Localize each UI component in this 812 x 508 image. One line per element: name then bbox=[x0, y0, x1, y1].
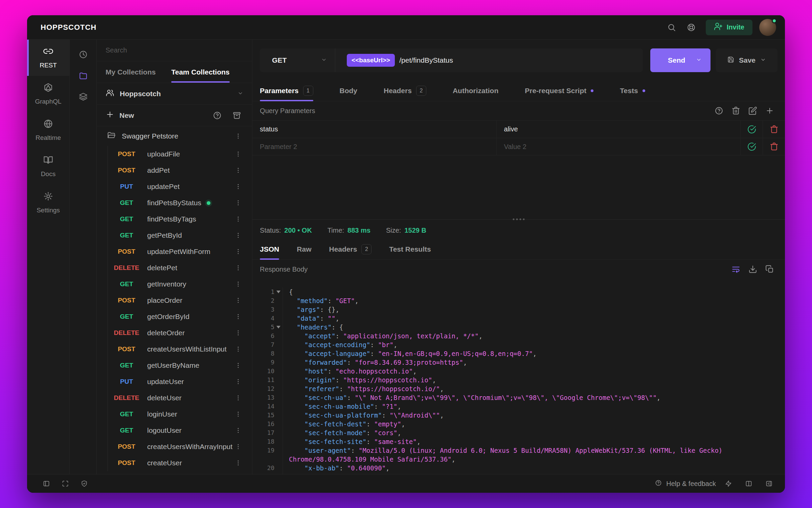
request-options-icon[interactable] bbox=[232, 311, 244, 322]
request-row-addpet[interactable]: POST addPet bbox=[97, 162, 252, 178]
request-row-updatepet[interactable]: PUT updatePet bbox=[97, 178, 252, 195]
param-key-input[interactable]: Parameter 2 bbox=[252, 138, 496, 155]
request-options-icon[interactable] bbox=[232, 392, 244, 404]
shield-check-icon[interactable] bbox=[76, 476, 92, 491]
fold-arrow-icon[interactable] bbox=[276, 326, 280, 329]
request-options-icon[interactable] bbox=[232, 327, 244, 339]
send-button[interactable]: Send bbox=[650, 48, 710, 72]
help-feedback-button[interactable]: Help & feedback bbox=[655, 480, 716, 488]
download-icon[interactable] bbox=[746, 262, 760, 276]
collection-folder[interactable]: Swagger Petstore bbox=[97, 126, 252, 146]
request-row-placeorder[interactable]: POST placeOrder bbox=[97, 292, 252, 309]
request-row-deletepet[interactable]: DELETE deletePet bbox=[97, 260, 252, 276]
tab-json[interactable]: JSON bbox=[260, 239, 279, 259]
expand-fullscreen-icon[interactable] bbox=[58, 476, 73, 491]
param-value-input[interactable]: alive bbox=[496, 121, 740, 138]
tab-headers[interactable]: Headers 2 bbox=[329, 239, 371, 259]
request-row-deleteorder[interactable]: DELETE deleteOrder bbox=[97, 325, 252, 341]
collections-search-input[interactable] bbox=[106, 46, 243, 54]
request-row-createuser[interactable]: POST createUser bbox=[97, 455, 252, 471]
shortcuts-zap-icon[interactable] bbox=[721, 476, 736, 491]
tab-parameters[interactable]: Parameters 1 bbox=[260, 80, 313, 101]
avatar[interactable] bbox=[759, 19, 776, 36]
request-options-icon[interactable] bbox=[232, 213, 244, 225]
request-options-icon[interactable] bbox=[232, 278, 244, 290]
request-row-getpetbyid[interactable]: GET getPetById bbox=[97, 227, 252, 244]
request-options-icon[interactable] bbox=[232, 197, 244, 209]
toggle-sidebar-icon[interactable] bbox=[39, 476, 54, 491]
request-options-icon[interactable] bbox=[232, 408, 244, 420]
param-value-input[interactable]: Value 2 bbox=[496, 138, 740, 155]
split-columns-icon[interactable] bbox=[741, 476, 757, 491]
url-input[interactable]: <<baseUrl>> /pet/findByStatus bbox=[335, 48, 643, 72]
support-lifebuoy-icon[interactable] bbox=[683, 20, 699, 35]
param-delete-icon[interactable] bbox=[770, 142, 779, 151]
clear-all-trash-icon[interactable] bbox=[729, 104, 743, 118]
help-circle-icon[interactable] bbox=[210, 108, 224, 123]
request-options-icon[interactable] bbox=[232, 230, 244, 241]
request-row-updateuser[interactable]: PUT updateUser bbox=[97, 374, 252, 390]
sidebar-item-realtime[interactable]: Realtime bbox=[27, 112, 69, 148]
param-key-input[interactable]: status bbox=[252, 121, 496, 138]
request-row-logoutuser[interactable]: GET logoutUser bbox=[97, 422, 252, 439]
environments-layers-icon[interactable] bbox=[76, 89, 91, 104]
param-enabled-toggle[interactable] bbox=[747, 142, 756, 151]
sidebar-item-settings[interactable]: Settings bbox=[27, 185, 69, 221]
history-icon[interactable] bbox=[76, 47, 91, 62]
tab-pre-request-script[interactable]: Pre-request Script bbox=[525, 80, 593, 101]
param-enabled-toggle[interactable] bbox=[747, 125, 756, 134]
request-row-updatepetwithform[interactable]: POST updatePetWithForm bbox=[97, 244, 252, 260]
request-row-getinventory[interactable]: GET getInventory bbox=[97, 276, 252, 292]
request-row-uploadfile[interactable]: POST uploadFile bbox=[97, 146, 252, 162]
tab-authorization[interactable]: Authorization bbox=[453, 80, 498, 101]
request-row-createuserswitharrayinput[interactable]: POST createUsersWithArrayInput bbox=[97, 439, 252, 455]
request-options-icon[interactable] bbox=[232, 148, 244, 160]
collections-folder-icon[interactable] bbox=[76, 68, 91, 83]
request-options-icon[interactable] bbox=[232, 246, 244, 257]
help-circle-icon[interactable] bbox=[712, 104, 726, 118]
request-row-findpetsbystatus[interactable]: GET findPetsByStatus bbox=[97, 195, 252, 211]
edit-bulk-icon[interactable] bbox=[746, 104, 760, 118]
response-code-editor[interactable]: 1{2 "method": "GET",3 "args": {},4 "data… bbox=[252, 279, 785, 474]
team-selector[interactable]: Hoppscotch bbox=[97, 83, 252, 105]
request-options-icon[interactable] bbox=[232, 181, 244, 192]
tab-test-results[interactable]: Test Results bbox=[389, 239, 431, 259]
fold-arrow-icon[interactable] bbox=[276, 291, 280, 293]
request-row-deleteuser[interactable]: DELETE deleteUser bbox=[97, 390, 252, 406]
save-button[interactable]: Save bbox=[716, 48, 777, 72]
request-row-loginuser[interactable]: GET loginUser bbox=[97, 406, 252, 422]
sidebar-item-graphql[interactable]: GraphQL bbox=[27, 76, 69, 112]
request-options-icon[interactable] bbox=[232, 425, 244, 436]
request-options-icon[interactable] bbox=[232, 457, 244, 469]
collection-folder-partial[interactable] bbox=[97, 471, 252, 474]
new-collection-button[interactable]: New bbox=[106, 110, 134, 121]
request-options-icon[interactable] bbox=[232, 360, 244, 371]
collapse-right-panel-icon[interactable] bbox=[761, 476, 777, 491]
sidebar-item-rest[interactable]: REST bbox=[27, 40, 69, 76]
sidebar-item-docs[interactable]: Docs bbox=[27, 148, 69, 185]
copy-icon[interactable] bbox=[763, 262, 777, 276]
request-options-icon[interactable] bbox=[232, 376, 244, 387]
invite-button[interactable]: Invite bbox=[706, 20, 752, 35]
add-parameter-plus-icon[interactable] bbox=[763, 104, 777, 118]
tab-team-collections[interactable]: Team Collections bbox=[171, 61, 229, 83]
request-options-icon[interactable] bbox=[232, 343, 244, 355]
request-row-getorderbyid[interactable]: GET getOrderById bbox=[97, 309, 252, 325]
tab-body[interactable]: Body bbox=[340, 80, 358, 101]
pane-resize-handle[interactable] bbox=[513, 218, 525, 220]
tab-my-collections[interactable]: My Collections bbox=[106, 61, 156, 83]
tab-headers[interactable]: Headers 2 bbox=[384, 80, 426, 101]
wrap-lines-icon[interactable] bbox=[729, 262, 743, 276]
request-row-findpetsbytags[interactable]: GET findPetsByTags bbox=[97, 211, 252, 227]
request-options-icon[interactable] bbox=[232, 262, 244, 274]
request-options-icon[interactable] bbox=[232, 165, 244, 176]
param-delete-icon[interactable] bbox=[770, 125, 779, 134]
request-row-createuserswithlistinput[interactable]: POST createUsersWithListInput bbox=[97, 341, 252, 357]
tab-tests[interactable]: Tests bbox=[620, 80, 645, 101]
tab-raw[interactable]: Raw bbox=[297, 239, 311, 259]
search-icon[interactable] bbox=[664, 20, 679, 35]
request-row-getuserbyname[interactable]: GET getUserByName bbox=[97, 357, 252, 374]
request-options-icon[interactable] bbox=[232, 295, 244, 306]
import-export-archive-icon[interactable] bbox=[230, 108, 244, 123]
method-select[interactable]: GET bbox=[260, 48, 335, 72]
